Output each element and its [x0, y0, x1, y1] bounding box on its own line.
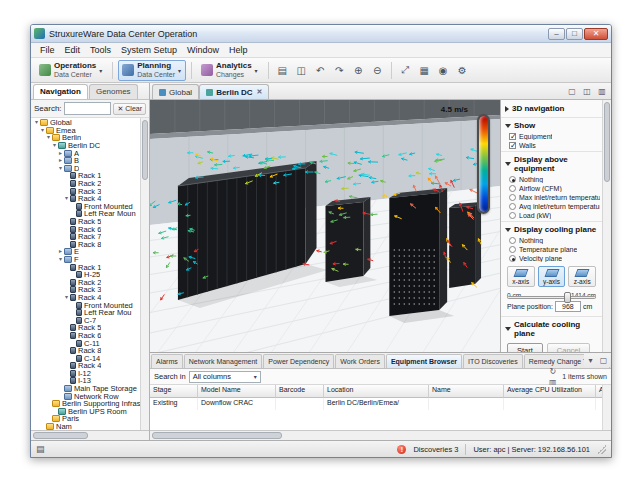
tree-expand-icon[interactable]: ▸ [57, 157, 64, 164]
3d-scene[interactable] [150, 100, 500, 352]
perspective-planning[interactable]: PlanningData Center▾ [118, 60, 186, 81]
tree-item-paris[interactable]: Paris [31, 415, 149, 423]
radio-temperature-plane[interactable]: Temperature plane [501, 245, 602, 254]
table-vscrollbar[interactable] [602, 385, 611, 430]
editor-tab-berlin-dc[interactable]: Berlin DC✕ [199, 84, 269, 99]
bottom-tab-alarms[interactable]: Alarms [151, 354, 183, 368]
table-row[interactable]: ExistingDownflow CRACBerlin DC/Berlin/Em… [150, 398, 611, 410]
x-axis-button[interactable]: x-axis [507, 266, 535, 287]
fit-view-icon[interactable]: ⤢ [397, 62, 414, 79]
tree-item-e[interactable]: ▸E [31, 248, 149, 256]
perspective-operations[interactable]: OperationsData Center▾ [35, 60, 107, 81]
column-header-stage[interactable]: Stage [150, 385, 198, 398]
title-bar[interactable]: StruxureWare Data Center Operation – □ ✕ [31, 25, 611, 43]
3d-viewport[interactable]: 4.5 m/s [150, 100, 501, 352]
bottom-tab-ito-discoveries[interactable]: ITO Discoveries [463, 354, 523, 368]
tree-collapse-icon[interactable]: ▾ [33, 119, 40, 126]
export-icon[interactable]: ◫ [293, 62, 310, 79]
checkbox-walls[interactable]: Walls [501, 141, 602, 150]
radio-airflow-cfm[interactable]: Airflow (CFM) [501, 184, 602, 193]
layout-single-icon[interactable]: ▢ [565, 85, 579, 98]
bottom-tab-equipment-browser[interactable]: Equipment Browser [386, 354, 462, 368]
layout-grid-icon[interactable]: ▥ [595, 85, 609, 98]
tree-expand-icon[interactable]: ▸ [57, 150, 64, 157]
radio-max-inlet-return-temperature[interactable]: Max inlet/return temperature [501, 193, 602, 202]
section-calculate[interactable]: Calculate cooling plane [501, 316, 602, 340]
menu-tools[interactable]: Tools [85, 44, 116, 56]
column-header-location[interactable]: Location [324, 385, 429, 398]
tree-item-emea[interactable]: ▾Emea [31, 127, 149, 135]
search-column-select[interactable]: All columns ▾ [189, 371, 261, 383]
perspective-analytics[interactable]: AnalyticsChanges▾ [197, 60, 263, 81]
tasks-icon[interactable]: ▤ [36, 444, 45, 454]
layout-split-icon[interactable]: ◫ [580, 85, 594, 98]
panel-vscrollbar[interactable] [602, 100, 611, 352]
editor-tab-global[interactable]: Global [152, 84, 199, 99]
tree-item-b[interactable]: ▸B [31, 157, 149, 165]
close-button[interactable]: ✕ [584, 28, 608, 40]
tree-expand-icon[interactable]: ▸ [57, 248, 64, 255]
resize-grip[interactable] [597, 445, 606, 454]
minimize-panel-icon[interactable]: ▾ [584, 354, 597, 367]
close-tab-icon[interactable]: ✕ [257, 88, 263, 96]
tree-item-berlin-ups-room[interactable]: Berlin UPS Room [31, 408, 149, 416]
radio-load-kw[interactable]: Load (kW) [501, 211, 602, 220]
menu-window[interactable]: Window [182, 44, 224, 56]
menu-file[interactable]: File [35, 44, 60, 56]
y-axis-button[interactable]: y-axis [538, 266, 566, 287]
section-cooling-plane[interactable]: Display cooling plane [501, 221, 602, 236]
menu-help[interactable]: Help [224, 44, 253, 56]
tree-collapse-icon[interactable]: ▾ [45, 134, 52, 141]
chevron-down-icon[interactable]: ▾ [178, 67, 181, 74]
discoveries-status[interactable]: Discoveries 3 [413, 445, 458, 454]
tree-collapse-icon[interactable]: ▾ [63, 294, 70, 301]
zoom-out-icon[interactable]: ⊖ [369, 62, 386, 79]
bottom-tab-work-orders[interactable]: Work Orders [335, 354, 385, 368]
tree-vscrollbar[interactable] [140, 118, 149, 430]
zoom-in-icon[interactable]: ⊕ [350, 62, 367, 79]
sidebar-tab-navigation[interactable]: Navigation [33, 84, 88, 99]
menu-system-setup[interactable]: System Setup [116, 44, 182, 56]
search-input[interactable] [64, 102, 112, 115]
section-display-above[interactable]: Display above equipment [501, 151, 602, 175]
column-header-average-cpu-utilization[interactable]: Average CPU Utilization [504, 385, 596, 398]
maximize-button[interactable]: □ [566, 28, 583, 40]
tree-collapse-icon[interactable]: ▾ [51, 142, 58, 149]
tree-collapse-icon[interactable]: ▾ [39, 127, 46, 134]
redo-icon[interactable]: ↷ [331, 62, 348, 79]
tree-item-a[interactable]: ▸A [31, 149, 149, 157]
tree-item-berlin-dc[interactable]: ▾Berlin DC [31, 142, 149, 150]
tree-item-global[interactable]: ▾Global [31, 119, 149, 127]
radio-nothing[interactable]: Nothing [501, 175, 602, 184]
start-button[interactable]: Start [507, 343, 543, 352]
settings-icon[interactable]: ⚙ [454, 62, 471, 79]
chevron-down-icon[interactable]: ▾ [99, 67, 102, 74]
tree-item-rack-8[interactable]: Rack 8 [31, 241, 149, 249]
section-show[interactable]: Show [501, 117, 602, 132]
tree-item-nam[interactable]: Nam [31, 423, 149, 430]
column-header-name[interactable]: Name [429, 385, 504, 398]
radio-avg-inlet-return-temperature[interactable]: Avg inlet/return temperature [501, 202, 602, 211]
slider-thumb[interactable] [564, 292, 571, 303]
sidebar-tab-genomes[interactable]: Genomes [89, 84, 138, 99]
column-header-model-name[interactable]: Model Name [198, 385, 276, 398]
minimize-button[interactable]: – [548, 28, 565, 40]
menu-edit[interactable]: Edit [60, 44, 86, 56]
bottom-tab-power-dependency[interactable]: Power Dependency [263, 354, 334, 368]
undo-icon[interactable]: ↶ [312, 62, 329, 79]
refresh-icon[interactable]: ↻ [547, 366, 558, 377]
z-axis-button[interactable]: z-axis [568, 266, 596, 287]
sidebar-hscrollbar[interactable] [31, 430, 149, 440]
tree-collapse-icon[interactable]: ▾ [63, 195, 70, 202]
table-hscrollbar[interactable] [150, 430, 611, 440]
chevron-down-icon[interactable]: ▾ [255, 67, 258, 74]
cancel-button[interactable]: Cancel [547, 343, 590, 352]
radio-velocity-plane[interactable]: Velocity plane [501, 254, 602, 263]
grid-view-icon[interactable]: ▦ [416, 62, 433, 79]
radio-nothing[interactable]: Nothing [501, 236, 602, 245]
maximize-panel-icon[interactable]: ▢ [597, 354, 610, 367]
save-icon[interactable]: ▤ [274, 62, 291, 79]
tree-collapse-icon[interactable]: ▾ [57, 165, 64, 172]
column-header-barcode[interactable]: Barcode [276, 385, 324, 398]
checkbox-equipment[interactable]: Equipment [501, 132, 602, 141]
